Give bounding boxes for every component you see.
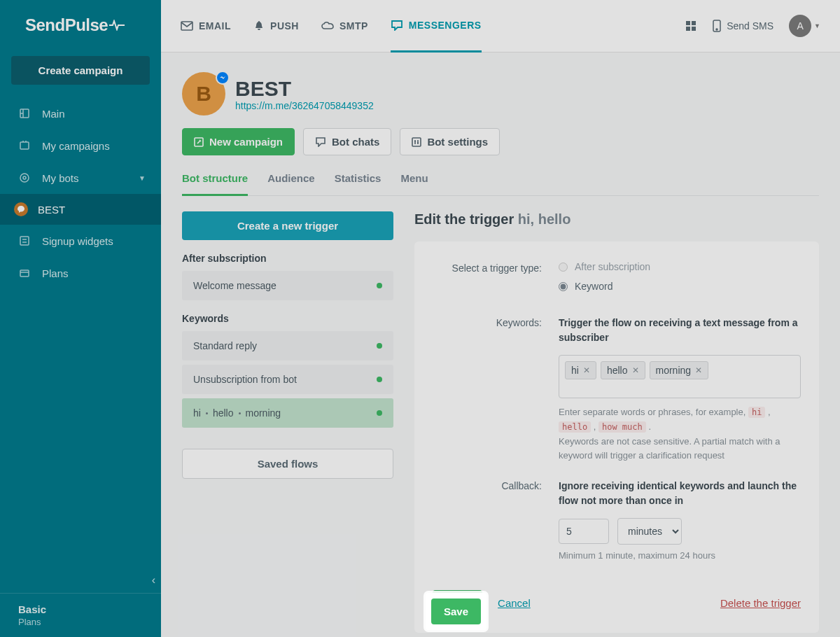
subtab-bot-structure[interactable]: Bot structure	[182, 172, 248, 196]
keywords-input[interactable]: hi✕ hello✕ morning✕	[559, 355, 801, 398]
svg-rect-10	[692, 27, 696, 31]
sidebar-item-plans[interactable]: Plans	[0, 257, 161, 289]
keywords-field-label: Keywords:	[433, 316, 559, 463]
callback-hint: Minimum 1 minute, maximum 24 hours	[559, 550, 801, 561]
send-sms-label: Send SMS	[727, 20, 774, 31]
sidebar-item-best[interactable]: BEST	[0, 194, 161, 225]
page-avatar: B	[182, 72, 225, 115]
remove-chip-icon[interactable]: ✕	[695, 365, 702, 375]
sidebar-footer: Basic Plans	[0, 593, 161, 637]
trigger-item-standard-reply[interactable]: Standard reply	[182, 331, 393, 360]
trigger-item-keywords[interactable]: hihellomorning	[182, 398, 393, 428]
sidebar: SendPulse Create campaign Main My campai…	[0, 0, 161, 637]
svg-rect-8	[692, 21, 696, 25]
trigger-item-welcome[interactable]: Welcome message	[182, 271, 393, 300]
editor-panel: Select a trigger type: After subscriptio…	[414, 241, 819, 633]
create-campaign-button[interactable]: Create campaign	[11, 56, 150, 85]
plans-icon	[18, 267, 31, 279]
sidebar-item-main[interactable]: Main	[0, 97, 161, 130]
status-dot-icon	[377, 283, 382, 288]
keywords-description: Trigger the flow on receiving a text mes…	[559, 316, 801, 345]
keywords-hint: Enter separate words or phrases, for exa…	[559, 405, 801, 463]
triggers-column: Create a new trigger After subscription …	[182, 211, 393, 633]
sidebar-item-label: BEST	[38, 204, 65, 216]
tab-label: EMAIL	[199, 20, 231, 31]
avatar: A	[789, 15, 811, 37]
delete-trigger-link[interactable]: Delete the trigger	[720, 597, 801, 609]
status-dot-icon	[377, 343, 382, 349]
sidebar-item-label: My campaigns	[42, 140, 110, 152]
sidebar-item-label: My bots	[42, 172, 79, 184]
callback-value-input[interactable]	[559, 519, 609, 544]
page-title: BEST	[235, 77, 374, 100]
main-content: B BEST https://m.me/362647058449352 New …	[161, 52, 840, 637]
caret-down-icon: ▼	[814, 22, 820, 29]
trigger-type-label: Select a trigger type:	[433, 261, 559, 300]
tab-label: SMTP	[340, 20, 368, 31]
tab-messengers[interactable]: MESSENGERS	[391, 0, 482, 52]
messenger-icon	[216, 71, 230, 85]
tab-email[interactable]: EMAIL	[181, 0, 231, 52]
home-icon	[18, 107, 31, 120]
topbar: EMAIL PUSH SMTP MESSENGERS Send SMS A ▼	[161, 0, 840, 52]
sidebar-item-label: Plans	[42, 267, 69, 279]
radio-label: Keyword	[575, 281, 612, 292]
widgets-icon	[18, 234, 31, 247]
status-dot-icon	[377, 410, 382, 416]
campaigns-icon	[18, 139, 31, 152]
logo[interactable]: SendPulse	[0, 0, 161, 49]
tab-smtp[interactable]: SMTP	[321, 0, 368, 52]
edit-icon	[194, 137, 204, 147]
remove-chip-icon[interactable]: ✕	[583, 365, 590, 375]
keyword-chip[interactable]: hi✕	[565, 361, 596, 379]
editor-heading: Edit the trigger hi, hello	[414, 211, 819, 227]
new-campaign-button[interactable]: New campaign	[182, 128, 295, 155]
messengers-icon	[391, 20, 403, 31]
bot-chats-button[interactable]: Bot chats	[303, 128, 391, 155]
save-button-spotlight[interactable]: Save	[431, 598, 481, 624]
keyword-chip[interactable]: hello✕	[601, 361, 645, 379]
callback-unit-select[interactable]: minutes	[617, 518, 682, 545]
cancel-link[interactable]: Cancel	[498, 597, 531, 609]
keyword-chip[interactable]: morning✕	[650, 361, 709, 379]
tab-push[interactable]: PUSH	[253, 0, 299, 52]
trigger-item-label: Standard reply	[193, 340, 257, 351]
sidebar-item-my-bots[interactable]: My bots ▼	[0, 162, 161, 194]
trigger-item-label: Unsubscription from bot	[193, 374, 297, 385]
pulse-icon	[109, 20, 125, 31]
sidebar-item-label: Main	[42, 108, 65, 120]
saved-flows-button[interactable]: Saved flows	[182, 449, 393, 479]
tab-label: PUSH	[270, 20, 299, 31]
svg-point-12	[716, 29, 718, 30]
plans-link[interactable]: Plans	[18, 617, 143, 627]
editor-column: Edit the trigger hi, hello Select a trig…	[414, 211, 819, 633]
radio-label: After subscription	[575, 261, 650, 272]
chevron-down-icon: ▼	[139, 174, 146, 182]
button-label: Bot chats	[332, 136, 379, 148]
trigger-item-label: hihellomorning	[193, 407, 281, 419]
svg-rect-7	[686, 21, 690, 25]
user-menu[interactable]: A ▼	[789, 15, 820, 37]
sidebar-collapse-button[interactable]: ‹	[152, 574, 155, 587]
page-link[interactable]: https://m.me/362647058449352	[235, 100, 374, 111]
messenger-badge-icon	[14, 202, 28, 216]
subtab-audience[interactable]: Audience	[267, 172, 315, 195]
sub-tabs: Bot structure Audience Statistics Menu	[182, 172, 819, 196]
remove-chip-icon[interactable]: ✕	[632, 365, 639, 375]
trigger-item-unsubscribe[interactable]: Unsubscription from bot	[182, 365, 393, 394]
radio-after-subscription[interactable]: After subscription	[559, 261, 801, 272]
svg-rect-9	[686, 27, 690, 31]
create-trigger-button[interactable]: Create a new trigger	[182, 211, 393, 240]
sidebar-item-my-campaigns[interactable]: My campaigns	[0, 130, 161, 162]
bot-settings-button[interactable]: Bot settings	[400, 128, 500, 155]
send-sms-button[interactable]: Send SMS	[713, 20, 774, 32]
smtp-icon	[321, 21, 334, 31]
radio-keyword[interactable]: Keyword	[559, 281, 801, 292]
tab-label: MESSENGERS	[409, 20, 482, 31]
gift-icon[interactable]	[685, 20, 697, 32]
settings-icon	[412, 137, 421, 147]
sidebar-item-signup-widgets[interactable]: Signup widgets	[0, 225, 161, 257]
subtab-menu[interactable]: Menu	[400, 172, 428, 195]
subtab-statistics[interactable]: Statistics	[335, 172, 382, 195]
button-label: Bot settings	[427, 136, 488, 148]
